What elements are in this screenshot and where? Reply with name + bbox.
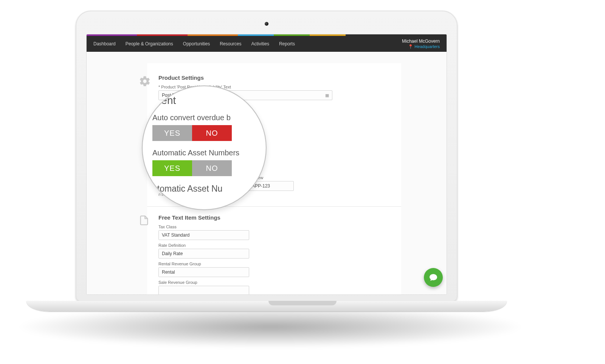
free-text-heading: Free Text Item Settings	[158, 214, 390, 221]
current-location[interactable]: 📍Headquarters	[402, 44, 440, 49]
nav-activities[interactable]: Activities	[251, 41, 269, 46]
chat-icon	[429, 273, 438, 282]
location-pin-icon: 📍	[408, 44, 413, 49]
overdue-toggle[interactable]: YES NO	[152, 125, 232, 141]
sale-revenue-input[interactable]	[158, 286, 249, 294]
sale-revenue-label: Sale Revenue Group	[158, 280, 390, 285]
chat-button[interactable]	[424, 268, 443, 287]
gear-icon	[139, 75, 151, 89]
nav-opportunities[interactable]: Opportunities	[183, 41, 210, 46]
top-nav: Dashboard People & Organizations Opportu…	[87, 36, 447, 52]
auto-asset-toggle[interactable]: YES NO	[152, 160, 232, 176]
rental-revenue-label: Rental Revenue Group	[158, 262, 390, 266]
nav-resources[interactable]: Resources	[220, 41, 241, 46]
auto-asset-label: Automatic Asset Numbers	[152, 149, 258, 157]
laptop-frame: Dashboard People & Organizations Opportu…	[76, 11, 458, 302]
tax-class-label: Tax Class	[158, 225, 390, 229]
rate-definition-label: Rate Definition	[158, 243, 390, 248]
overdue-yes[interactable]: YES	[152, 125, 192, 141]
rental-revenue-input[interactable]: Rental	[158, 267, 249, 277]
magnifier-lens: ment Auto convert overdue b YES NO Autom…	[142, 85, 267, 210]
overdue-no[interactable]: NO	[192, 125, 232, 141]
laptop-notch	[268, 301, 337, 305]
nav-people[interactable]: People & Organizations	[126, 41, 173, 46]
nav-dashboard[interactable]: Dashboard	[93, 41, 116, 46]
laptop-base	[26, 301, 507, 311]
nav-tabs: Dashboard People & Organizations Opportu…	[93, 41, 295, 46]
nav-reports[interactable]: Reports	[279, 41, 295, 46]
laptop-shadow	[15, 306, 526, 348]
camera-dot	[265, 22, 268, 26]
page-body: Product Settings * Product 'Post Rent Un…	[87, 52, 447, 294]
document-icon	[139, 215, 149, 227]
auto-asset-yes[interactable]: YES	[152, 160, 192, 176]
product-settings-heading: Product Settings	[158, 74, 390, 81]
field-action-icon[interactable]: ▦	[325, 93, 329, 98]
free-text-section: Free Text Item Settings Tax Class VAT St…	[158, 214, 390, 294]
tax-class-input[interactable]: VAT Standard	[158, 230, 249, 240]
lens-clip-bottom: utomatic Asset Nu	[152, 184, 258, 194]
screen: Dashboard People & Organizations Opportu…	[86, 34, 447, 295]
overdue-label: Auto convert overdue b	[152, 113, 258, 122]
auto-asset-no[interactable]: NO	[192, 160, 232, 176]
current-user[interactable]: Michael McGovern	[402, 39, 440, 44]
rate-definition-input[interactable]: Daily Rate	[158, 249, 249, 259]
accent-strip	[87, 34, 447, 36]
